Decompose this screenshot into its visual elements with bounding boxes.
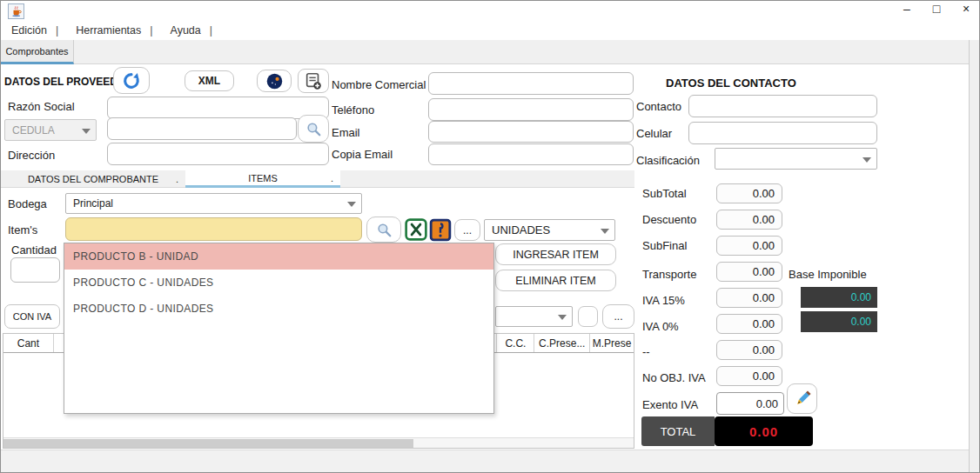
menu-herramientas[interactable]: Herramientas xyxy=(65,24,150,37)
menu-edicion[interactable]: Edición xyxy=(1,24,56,37)
horizontal-scrollbar[interactable] xyxy=(3,437,634,448)
bottom-margin xyxy=(1,450,969,473)
chevron-down-icon xyxy=(82,129,91,134)
bodega-combo[interactable]: Principal xyxy=(65,193,362,214)
clasificacion-label: Clasificación xyxy=(636,154,700,167)
chevron-down-icon xyxy=(863,157,871,163)
column-header-cant[interactable]: Cant xyxy=(3,334,54,352)
iva0-label: IVA 0% xyxy=(642,320,679,333)
secondary-combo[interactable] xyxy=(495,306,573,327)
subtotal-label: SubTotal xyxy=(642,187,687,200)
more-options-button[interactable]: ... xyxy=(602,304,634,329)
search-item-button[interactable] xyxy=(366,217,401,243)
java-app-icon xyxy=(8,3,24,19)
night-mode-button[interactable] xyxy=(257,70,292,92)
detail-tab-strip: DATOS DEL COMPROBANTE . ITEMS . xyxy=(1,170,634,188)
exento-iva-input[interactable] xyxy=(716,392,784,415)
moon-icon xyxy=(265,72,284,90)
con-iva-button[interactable]: CON IVA xyxy=(4,304,60,329)
item-options-button[interactable]: ... xyxy=(454,219,480,241)
razon-social-input[interactable] xyxy=(107,97,329,119)
add-record-button[interactable] xyxy=(298,69,329,93)
transporte-label: Transporte xyxy=(642,268,696,281)
clasificacion-combo[interactable] xyxy=(715,148,877,170)
xml-button[interactable]: XML xyxy=(185,70,234,91)
excel-icon xyxy=(405,218,427,241)
pencil-icon xyxy=(792,389,813,410)
excel-export-button[interactable] xyxy=(405,218,427,241)
column-header-cprese[interactable]: C.Prese... xyxy=(534,334,590,352)
chevron-down-icon xyxy=(558,315,567,320)
refresh-button[interactable] xyxy=(113,67,150,94)
dash-label: -- xyxy=(642,345,650,358)
search-icon xyxy=(376,222,393,238)
menu-separator: | xyxy=(150,24,159,37)
column-header-mprese[interactable]: M.Prese xyxy=(590,334,634,352)
title-bar: – □ × xyxy=(1,1,979,20)
contacto-section-title: DATOS DEL CONTACTO xyxy=(666,77,796,90)
telefono-input[interactable] xyxy=(428,98,634,121)
total-label: TOTAL xyxy=(641,416,715,446)
column-header-cc[interactable]: C.C. xyxy=(496,334,534,352)
tab-label: DATOS DEL COMPROBANTE xyxy=(28,174,158,184)
tab-comprobantes[interactable]: Comprobantes xyxy=(1,40,74,64)
maximize-button[interactable]: □ xyxy=(929,2,944,16)
bodega-value: Principal xyxy=(73,197,113,210)
chevron-down-icon xyxy=(601,229,609,234)
id-type-combo[interactable]: CEDULA xyxy=(4,119,97,141)
tab-items[interactable]: ITEMS . xyxy=(185,170,340,188)
menu-ayuda[interactable]: Ayuda xyxy=(160,24,210,37)
kardex-button[interactable] xyxy=(429,218,452,242)
dash-value: 0.00 xyxy=(716,340,782,360)
tab-dot: . xyxy=(331,173,333,183)
descuento-label: Descuento xyxy=(642,213,696,226)
contacto-input[interactable] xyxy=(688,95,877,117)
transporte-value: 0.00 xyxy=(716,262,782,282)
nombre-comercial-label: Nombre Comercial xyxy=(332,78,426,91)
celular-label: Celular xyxy=(636,127,672,140)
cantidad-input[interactable] xyxy=(10,257,60,283)
right-margin xyxy=(969,40,980,473)
copia-email-input[interactable] xyxy=(428,143,634,165)
unidades-value: UNIDADES xyxy=(492,223,550,236)
suggestion-item[interactable]: PRODUCTO C - UNIDADES xyxy=(64,270,493,296)
java-cup-icon xyxy=(10,5,23,17)
refresh-icon xyxy=(122,71,141,90)
edit-exento-button[interactable] xyxy=(787,383,817,414)
email-input[interactable] xyxy=(428,121,634,143)
email-label: Email xyxy=(332,126,360,139)
suggestion-item[interactable]: PRODUCTO B - UNIDAD xyxy=(64,243,493,270)
app-window: – □ × Edición | Herramientas | Ayuda | C… xyxy=(0,0,980,473)
tab-datos-comprobante[interactable]: DATOS DEL COMPROBANTE . xyxy=(1,170,185,188)
celular-input[interactable] xyxy=(688,122,877,144)
search-provider-button[interactable] xyxy=(298,115,329,143)
item-search-input[interactable] xyxy=(65,217,362,241)
tab-dot: . xyxy=(176,174,178,184)
minimize-button[interactable]: – xyxy=(899,2,915,16)
menu-separator: | xyxy=(210,24,219,37)
suggestion-item[interactable]: PRODUCTO D - UNIDADES xyxy=(64,296,493,322)
ingresar-item-button[interactable]: INGRESAR ITEM xyxy=(495,243,616,265)
items-label: Item's xyxy=(8,223,37,236)
id-type-value: CEDULA xyxy=(12,124,55,137)
menu-separator: | xyxy=(56,24,65,37)
contacto-label: Contacto xyxy=(636,100,681,113)
nombre-comercial-input[interactable] xyxy=(428,72,634,95)
cantidad-label: Cantidad xyxy=(11,243,57,256)
unidades-combo[interactable]: UNIDADES xyxy=(484,219,615,241)
search-icon xyxy=(305,121,322,137)
close-button[interactable]: × xyxy=(958,2,974,16)
iva15-label: IVA 15% xyxy=(642,294,685,307)
razon-social-label: Razón Social xyxy=(8,100,75,113)
bodega-label: Bodega xyxy=(8,197,47,210)
main-tab-strip: Comprobantes xyxy=(1,40,969,64)
eliminar-item-button[interactable]: ELIMINAR ITEM xyxy=(495,270,616,291)
id-number-input[interactable] xyxy=(107,117,297,140)
subfinal-value: 0.00 xyxy=(716,236,782,256)
scrollbar-thumb[interactable] xyxy=(3,439,413,448)
add-document-icon xyxy=(304,71,323,90)
direccion-input[interactable] xyxy=(107,143,329,165)
chevron-down-icon xyxy=(347,202,356,207)
small-blank-button[interactable] xyxy=(578,306,598,327)
telefono-label: Teléfono xyxy=(332,103,374,117)
